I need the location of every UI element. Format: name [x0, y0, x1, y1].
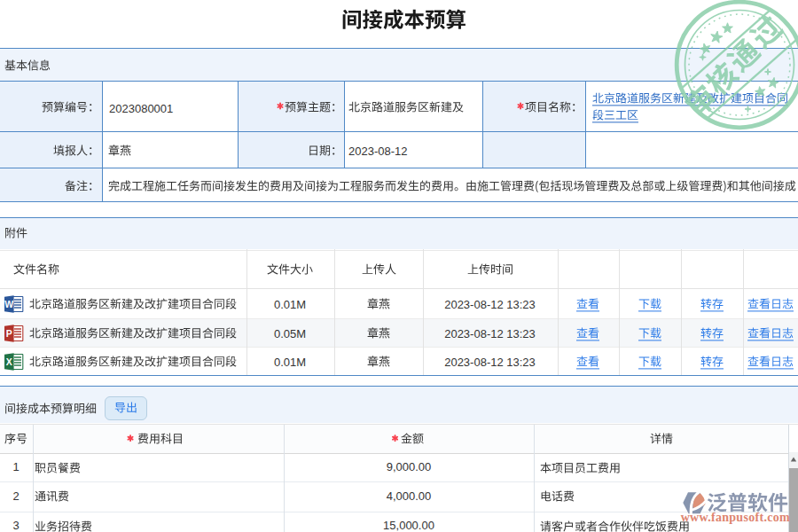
- svg-text:P: P: [6, 328, 12, 339]
- svg-text:X: X: [6, 356, 12, 367]
- svg-text:W: W: [4, 299, 13, 309]
